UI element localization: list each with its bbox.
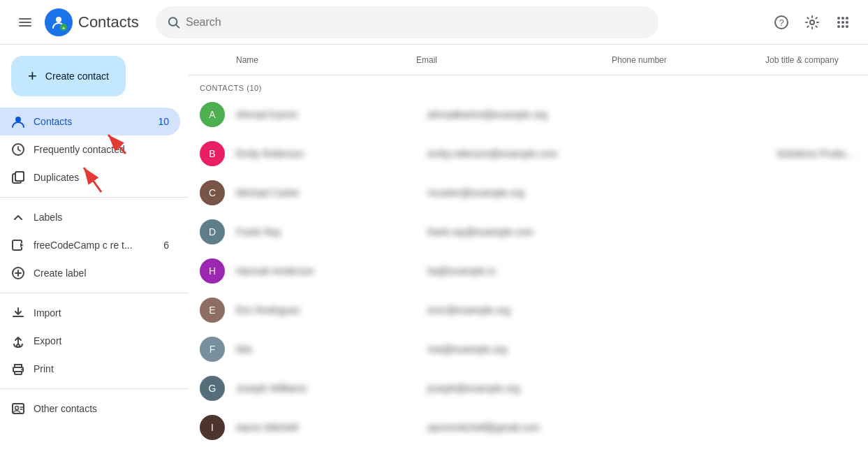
contact-email: ericr@example.org xyxy=(427,305,623,316)
sidebar-item-import[interactable]: Import xyxy=(0,299,180,327)
main-content: Name Email Phone number Job title & comp… xyxy=(189,45,868,454)
gear-icon xyxy=(804,15,820,30)
other-contacts-label: Other contacts xyxy=(34,403,97,414)
hamburger-button[interactable] xyxy=(11,8,39,36)
help-icon: ? xyxy=(774,15,789,30)
help-button[interactable]: ? xyxy=(767,8,795,36)
contacts-logo-icon: + xyxy=(50,14,67,31)
label-icon xyxy=(11,238,25,252)
svg-point-14 xyxy=(837,21,840,24)
person-icon xyxy=(11,115,25,129)
table-row[interactable]: G Joseph Williams joseph@example.org xyxy=(189,369,868,408)
duplicate-icon xyxy=(11,170,25,184)
settings-button[interactable] xyxy=(798,8,826,36)
app-name-label: Contacts xyxy=(78,13,139,31)
svg-point-20 xyxy=(15,117,21,122)
labels-section-header[interactable]: Labels xyxy=(0,203,180,231)
contact-email: ha@example.io xyxy=(427,265,623,277)
labels-section-label: Labels xyxy=(34,212,62,223)
avatar-circle: F xyxy=(200,337,225,362)
svg-rect-23 xyxy=(15,172,24,181)
avatar-circle: H xyxy=(200,258,225,284)
contact-name: Aaron Mitchell xyxy=(236,422,427,433)
contact-name: Michael Carter xyxy=(236,187,427,198)
avatar-circle: D xyxy=(200,219,225,244)
sidebar-contacts-badge: 10 xyxy=(158,116,169,127)
create-contact-label: Create contact xyxy=(45,71,109,82)
sidebar-item-create-label[interactable]: Create label xyxy=(0,259,180,287)
contact-name: Mia xyxy=(236,344,427,355)
create-label-text: Create label xyxy=(34,268,87,279)
avatar-circle: B xyxy=(200,141,225,166)
svg-point-18 xyxy=(841,25,844,28)
svg-point-16 xyxy=(846,21,848,24)
avatar-circle: C xyxy=(200,180,225,205)
contact-name: Frank Ray xyxy=(236,226,427,237)
sidebar-item-frequently-contacted[interactable]: Frequently contacted xyxy=(0,136,180,163)
svg-point-13 xyxy=(846,17,848,20)
sidebar-duplicates-label: Duplicates xyxy=(34,172,79,183)
table-row[interactable]: C Michael Carter mcarter@example.org xyxy=(189,173,868,212)
avatar: I xyxy=(200,415,225,440)
sidebar-frequently-label: Frequently contacted xyxy=(34,144,125,155)
svg-point-12 xyxy=(841,17,844,20)
table-row[interactable]: I Aaron Mitchell aaronmitchell@gmail.com xyxy=(189,408,868,447)
table-row[interactable]: E Eric Rodriguez ericr@example.org xyxy=(189,291,868,330)
export-label: Export xyxy=(34,335,61,346)
search-icon xyxy=(167,15,180,29)
main-layout: + Create contact Contacts 10 Frequen xyxy=(0,45,868,454)
svg-text:+: + xyxy=(62,25,66,31)
contact-name: Hannah Anderson xyxy=(236,265,427,277)
avatar-circle: A xyxy=(200,102,225,127)
sidebar-item-export[interactable]: Export xyxy=(0,327,180,355)
sidebar-contacts-label: Contacts xyxy=(34,116,72,127)
contacts-section-label: CONTACTS (10) xyxy=(189,75,868,95)
table-header: Name Email Phone number Job title & comp… xyxy=(189,45,868,75)
avatar: D xyxy=(200,219,225,244)
import-icon xyxy=(11,306,25,320)
svg-point-3 xyxy=(56,17,61,22)
menu-icon xyxy=(19,18,31,27)
sidebar-item-other-contacts[interactable]: Other contacts xyxy=(0,395,180,423)
search-bar[interactable] xyxy=(156,6,659,38)
divider-3 xyxy=(0,388,189,389)
avatar: G xyxy=(200,376,225,401)
svg-text:?: ? xyxy=(779,17,784,28)
plus-icon: + xyxy=(28,67,37,85)
apps-icon xyxy=(835,15,851,30)
chevron-up-icon xyxy=(11,210,25,224)
table-row[interactable]: B Emily Robinson emily.robinson@example.… xyxy=(189,134,868,173)
search-input[interactable] xyxy=(186,16,647,29)
avatar-circle: G xyxy=(200,376,225,401)
other-contacts-icon xyxy=(11,402,25,416)
table-row[interactable]: H Hannah Anderson ha@example.io xyxy=(189,251,868,291)
apps-button[interactable] xyxy=(829,8,857,36)
contact-name: Emily Robinson xyxy=(236,148,427,159)
contact-email: mcarter@example.org xyxy=(427,187,623,198)
table-row[interactable]: F Mia mia@example.org xyxy=(189,330,868,369)
avatar: F xyxy=(200,337,225,362)
freeCodeCamp-badge: 6 xyxy=(163,240,169,251)
sidebar-item-contacts[interactable]: Contacts 10 xyxy=(0,108,180,136)
sidebar-item-freeCodeCamp[interactable]: freeCodeCamp c re t... 6 xyxy=(0,231,180,259)
avatar: A xyxy=(200,102,225,127)
svg-line-7 xyxy=(176,24,179,27)
logo-icon: + xyxy=(45,8,73,36)
sidebar-item-duplicates[interactable]: Duplicates xyxy=(0,163,180,191)
table-row[interactable]: D Frank Ray frank.ray@example.com xyxy=(189,212,868,251)
contact-email: frank.ray@example.com xyxy=(427,226,623,237)
avatar: B xyxy=(200,141,225,166)
create-contact-button[interactable]: + Create contact xyxy=(11,56,126,96)
top-bar: + Contacts ? xyxy=(0,0,868,45)
svg-point-19 xyxy=(846,25,848,28)
col-email-header: Email xyxy=(416,55,612,65)
freeCodeCamp-label: freeCodeCamp c re t... xyxy=(34,240,133,251)
table-row[interactable]: A Ahmad Karimi ahmadkarimi@example.org xyxy=(189,95,868,134)
top-actions: ? xyxy=(767,8,857,36)
svg-point-11 xyxy=(837,17,840,20)
export-icon xyxy=(11,334,25,348)
print-label: Print xyxy=(34,363,54,374)
sidebar-item-print[interactable]: Print xyxy=(0,355,180,383)
svg-point-17 xyxy=(837,25,840,28)
avatar: C xyxy=(200,180,225,205)
